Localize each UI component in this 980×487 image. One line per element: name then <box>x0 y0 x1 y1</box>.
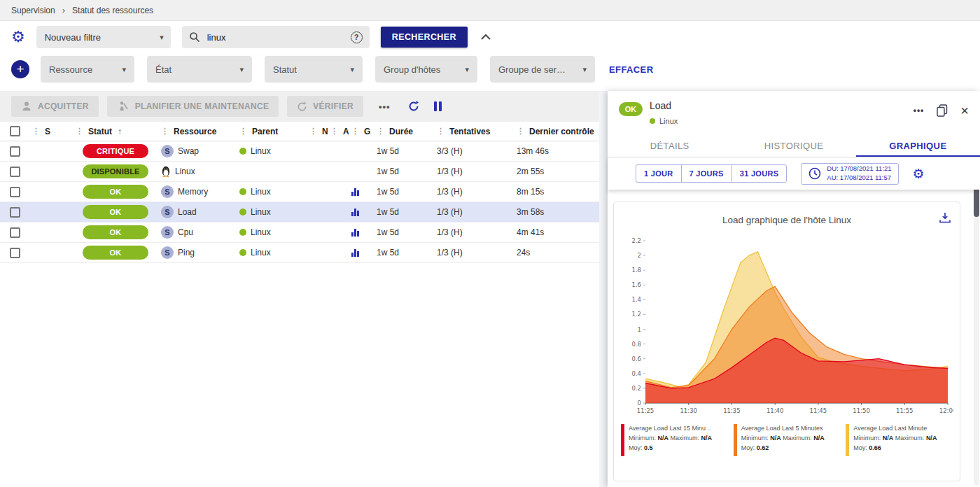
select-all-checkbox[interactable] <box>10 126 20 136</box>
parent-name[interactable]: Linux <box>251 227 271 237</box>
search-input[interactable] <box>206 31 345 43</box>
panel-more-icon[interactable]: ••• <box>913 106 925 115</box>
saved-filter-label: Nouveau filtre <box>45 32 101 43</box>
duration-cell: 1w 5d <box>374 146 434 156</box>
chart-title: Load graphique de l'hôte Linux <box>614 215 960 225</box>
column-header-g[interactable]: ⋮G <box>349 127 374 136</box>
graph-icon[interactable] <box>351 248 359 257</box>
filter-dropdown-4[interactable]: Group d'hôtes▾ <box>375 56 477 83</box>
filter-dropdown-2[interactable]: État▾ <box>147 56 252 83</box>
row-checkbox[interactable] <box>10 187 20 197</box>
parent-name[interactable]: Linux <box>251 146 271 156</box>
parent-cell: Linux <box>237 248 307 257</box>
pause-button[interactable] <box>434 101 442 111</box>
panel-title: Load <box>650 100 671 111</box>
column-label: G <box>364 127 370 136</box>
legend-item[interactable]: Average Load Last 15 Minu ..Minimum: N/A… <box>621 424 728 456</box>
column-header-a[interactable]: ⋮A <box>328 127 349 136</box>
row-checkbox[interactable] <box>10 227 20 238</box>
chart-card: Load graphique de l'hôte Linux 00.20.40.… <box>613 202 960 481</box>
refresh-button[interactable] <box>407 100 420 113</box>
legend-item[interactable]: Average Load Last MinuteMinimum: N/A Max… <box>846 424 953 456</box>
parent-name[interactable]: Linux <box>251 207 271 217</box>
caret-down-icon: ▾ <box>350 65 354 74</box>
more-actions-button[interactable]: ••• <box>374 101 395 113</box>
breadcrumb-section[interactable]: Supervision <box>11 6 55 15</box>
date-range-picker[interactable]: DU: 17/08/2021 11:21 AU: 17/08/2021 11:5… <box>801 163 898 185</box>
table-row[interactable]: CRITIQUESSwapLinux1w 5d3/3 (H)13m 46s <box>0 141 599 162</box>
legend-average: Moy: 0.62 <box>741 444 825 453</box>
column-header-s[interactable]: ⋮S <box>29 127 73 136</box>
resource-name[interactable]: Cpu <box>178 227 193 237</box>
time-range-7-jours[interactable]: 7 JOURS <box>681 164 732 183</box>
row-checkbox[interactable] <box>10 248 20 258</box>
tab-historique[interactable]: HISTORIQUE <box>732 134 855 157</box>
add-criteria-button[interactable]: + <box>11 60 29 78</box>
check-button[interactable]: VÉRIFIER <box>287 96 363 117</box>
panel-close-icon[interactable]: × <box>960 104 969 118</box>
filter-dropdown-3[interactable]: Statut▾ <box>265 56 363 83</box>
resource-name[interactable]: Memory <box>178 187 208 197</box>
row-checkbox[interactable] <box>10 167 20 177</box>
saved-filter-select[interactable]: Nouveau filtre ▾ <box>36 26 171 48</box>
help-icon[interactable]: ? <box>351 31 363 43</box>
column-header-parent[interactable]: ⋮Parent <box>237 127 307 136</box>
time-range-31-jours[interactable]: 31 JOURS <box>732 164 788 183</box>
row-checkbox[interactable] <box>10 207 20 218</box>
legend-color-bar <box>734 424 737 456</box>
graph-icon[interactable] <box>351 188 359 196</box>
last-check-cell: 24s <box>514 248 599 257</box>
column-header-ressource[interactable]: ⋮Ressource <box>158 127 237 136</box>
acknowledge-button[interactable]: ACQUITTER <box>11 96 99 117</box>
search-button[interactable]: RECHERCHER <box>381 27 468 48</box>
breadcrumb-page: Statut des ressources <box>72 6 153 15</box>
table-row[interactable]: OKSCpuLinux1w 5d1/3 (H)4m 41s <box>0 223 599 243</box>
panel-scrollbar[interactable] <box>974 158 979 486</box>
resource-name[interactable]: Load <box>178 207 197 217</box>
status-cell: DISPONIBLE <box>73 164 158 178</box>
drag-handle-icon: ⋮ <box>437 127 444 136</box>
clear-filters-button[interactable]: EFFACER <box>609 64 653 75</box>
column-header-duree[interactable]: ⋮Durée <box>374 127 434 136</box>
status-badge: CRITIQUE <box>83 144 148 158</box>
table-row[interactable]: OKSPingLinux1w 5d1/3 (H)24s <box>0 243 599 263</box>
column-header-dernier[interactable]: ⋮Dernier contrôle <box>514 127 599 136</box>
caret-down-icon: ▾ <box>122 65 126 74</box>
legend-color-bar <box>846 424 849 456</box>
graph-icon[interactable] <box>351 228 359 237</box>
filter-dropdown-1[interactable]: Ressource▾ <box>41 56 134 83</box>
resource-name[interactable]: Linux <box>175 167 195 176</box>
tab-détails[interactable]: DÉTAILS <box>608 134 732 157</box>
graph-settings-gear-icon[interactable]: ⚙ <box>913 167 925 181</box>
parent-name[interactable]: Linux <box>251 187 271 197</box>
table-row[interactable]: OKSLoadLinux1w 5d1/3 (H)3m 58s <box>0 202 599 223</box>
resource-name[interactable]: Ping <box>178 248 195 257</box>
column-header-n[interactable]: ⋮N <box>307 127 328 136</box>
tab-graphique[interactable]: GRAPHIQUE <box>856 134 980 157</box>
download-icon[interactable] <box>939 212 951 225</box>
table-row[interactable]: OKSMemoryLinux1w 5d1/3 (H)8m 15s <box>0 182 599 202</box>
panel-host-name[interactable]: Linux <box>659 117 678 125</box>
column-header-tentatives[interactable]: ⋮Tentatives <box>434 127 514 136</box>
drag-handle-icon: ⋮ <box>330 127 338 136</box>
column-header-statut[interactable]: ⋮Statut↑ <box>73 127 158 136</box>
copy-link-icon[interactable] <box>937 104 948 117</box>
last-check-cell: 8m 15s <box>514 187 599 197</box>
legend-item[interactable]: Average Load Last 5 MinutesMinimum: N/A … <box>734 424 841 456</box>
collapse-filters-icon[interactable] <box>480 34 491 41</box>
legend-average: Moy: 0.66 <box>853 444 937 453</box>
time-range-1-jour[interactable]: 1 JOUR <box>636 164 682 183</box>
maintenance-button[interactable]: PLANIFIER UNE MAINTENANCE <box>107 96 279 117</box>
filter-dropdown-5[interactable]: Groupe de ser…▾ <box>490 56 595 83</box>
filter-row-criteria: + Ressource▾État▾Statut▾Group d'hôtes▾Gr… <box>11 56 980 83</box>
breadcrumb-separator-icon: › <box>62 5 65 15</box>
resource-name[interactable]: Swap <box>178 146 199 156</box>
parent-name[interactable]: Linux <box>251 248 271 257</box>
row-checkbox[interactable] <box>10 146 20 157</box>
last-check-cell: 3m 58s <box>514 207 599 217</box>
table-row[interactable]: DISPONIBLELinux1w 5d1/3 (H)2m 55s <box>0 162 599 182</box>
service-icon: S <box>161 206 174 218</box>
svg-text:2.2: 2.2 <box>631 237 641 244</box>
settings-gear-icon[interactable]: ⚙ <box>11 29 25 45</box>
graph-icon[interactable] <box>351 208 359 216</box>
